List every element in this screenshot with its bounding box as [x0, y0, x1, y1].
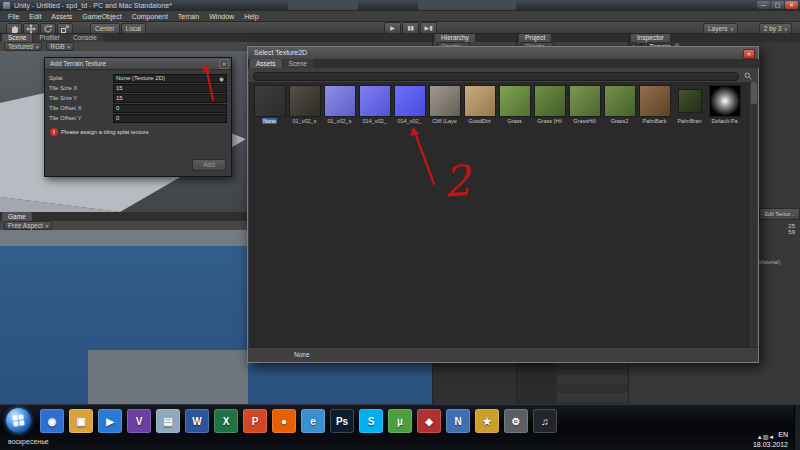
space-mode-button[interactable]: Local [121, 23, 147, 34]
play-button[interactable]: ▶ [384, 22, 401, 34]
field-splat[interactable]: None (Texture 2D) [113, 74, 227, 83]
texture-item-palmbran[interactable]: PalmBran [672, 85, 707, 124]
picker-tab-scene[interactable]: Scene [283, 59, 313, 68]
background-window[interactable] [288, 1, 358, 10]
taskbar-icon[interactable]: ◉ [40, 409, 64, 433]
menu-item-component[interactable]: Component [127, 13, 173, 20]
edit-texture-button[interactable]: Edit Textur... [759, 208, 800, 220]
taskbar-icon[interactable]: ⚙ [504, 409, 528, 433]
move-tool-button[interactable] [23, 23, 39, 34]
taskbar-icon[interactable]: W [185, 409, 209, 433]
taskbar-icon[interactable]: N [446, 409, 470, 433]
texture-item-gooddirt[interactable]: GoodDirt [462, 85, 497, 124]
texture-item-palmbark[interactable]: PalmBark [637, 85, 672, 124]
show-desktop-button[interactable] [794, 405, 800, 450]
step-button[interactable]: ▶▮ [420, 22, 437, 34]
texture-item-014-v02[interactable]: 014_v02_ [392, 85, 427, 124]
taskbar-icon[interactable]: ▤ [156, 409, 180, 433]
warning-icon: ! [50, 128, 58, 136]
texture-item-grass2[interactable]: Grass2 [602, 85, 637, 124]
object-picker-icon[interactable] [218, 76, 225, 83]
texture-thumbnail [709, 85, 741, 117]
field-tile-offset-y[interactable]: 0 [113, 114, 227, 123]
field-tile-offset-x[interactable]: 0 [113, 104, 227, 113]
search-input[interactable] [253, 72, 739, 81]
taskbar-icon[interactable]: ▣ [69, 409, 93, 433]
scrollbar-thumb[interactable] [751, 82, 757, 104]
layers-dropdown[interactable]: Layers▾ [703, 23, 738, 34]
taskbar-icon[interactable]: Ps [330, 409, 354, 433]
dialog-close-button[interactable]: ✕ [219, 59, 229, 69]
menu-item-window[interactable]: Window [204, 13, 239, 20]
maximize-button[interactable]: ▢ [771, 1, 784, 9]
add-button[interactable]: Add [192, 159, 226, 171]
material-label: Material) [759, 259, 780, 265]
tab-project[interactable]: Project [519, 33, 551, 42]
language-indicator[interactable]: EN [778, 431, 788, 438]
taskbar-icon[interactable]: ● [272, 409, 296, 433]
aspect-dropdown[interactable]: Free Aspect▾ [4, 221, 52, 230]
render-mode-dropdown[interactable]: Textured▾ [4, 42, 42, 51]
texture-label: 01_v02_s [327, 118, 353, 124]
picker-tab-assets[interactable]: Assets [250, 59, 282, 68]
search-icon [744, 72, 752, 80]
inspector-value: 59 [775, 229, 795, 235]
tab-scene[interactable]: Scene [2, 33, 32, 42]
tab-console[interactable]: Console [67, 33, 103, 42]
texture-item-014-v02[interactable]: 014_v02_ [357, 85, 392, 124]
pause-button[interactable]: ▮▮ [402, 22, 419, 34]
layout-dropdown[interactable]: 2 by 3▾ [759, 23, 792, 34]
texture-thumbnail [254, 85, 286, 117]
dialog-titlebar[interactable]: Add Terrain Texture ✕ [45, 58, 231, 70]
texture-item-01-v02-s[interactable]: 01_v02_s [322, 85, 357, 124]
pivot-mode-button[interactable]: Center [90, 23, 120, 34]
texture-item-cliff-laye[interactable]: Cliff (Laye [427, 85, 462, 124]
taskbar-icon[interactable]: V [127, 409, 151, 433]
start-button[interactable] [6, 408, 31, 433]
tab-game[interactable]: Game [2, 212, 32, 221]
menu-item-edit[interactable]: Edit [24, 13, 46, 20]
field-row-tile-offset-y: Tile Offset Y0 [49, 113, 227, 123]
taskbar-icon[interactable]: P [243, 409, 267, 433]
field-row-tile-offset-x: Tile Offset X0 [49, 103, 227, 113]
taskbar-icon[interactable]: X [214, 409, 238, 433]
select-texture-window: Select Texture2D ✕ AssetsScene None01_v0… [247, 46, 759, 363]
close-button[interactable]: ✕ [785, 1, 798, 9]
taskbar-icon[interactable]: ▶ [98, 409, 122, 433]
background-window[interactable] [418, 1, 516, 10]
minimize-button[interactable]: ─ [757, 1, 770, 9]
taskbar-icon[interactable]: ♫ [533, 409, 557, 433]
chevron-down-icon: ▾ [46, 223, 49, 229]
clock-date[interactable]: 18.03.2012 [753, 441, 788, 448]
tab-hierarchy[interactable]: Hierarchy [435, 33, 475, 42]
window-titlebar[interactable]: Unity - Untitled - spd_td - PC and Mac S… [0, 0, 800, 11]
scale-tool-button[interactable] [57, 23, 73, 34]
field-tile-size-x[interactable]: 15 [113, 84, 227, 93]
tray-icon[interactable]: ◄ [768, 434, 774, 440]
taskbar-icon[interactable]: ★ [475, 409, 499, 433]
rotate-tool-button[interactable] [40, 23, 56, 34]
taskbar-icon[interactable]: ◆ [417, 409, 441, 433]
menu-item-file[interactable]: File [3, 13, 24, 20]
texture-item-grass[interactable]: Grass [497, 85, 532, 124]
field-value: None (Texture 2D) [116, 75, 165, 81]
menu-item-assets[interactable]: Assets [46, 13, 77, 20]
tab-inspector[interactable]: Inspector [631, 33, 670, 42]
picker-close-button[interactable]: ✕ [743, 49, 755, 59]
taskbar-icon[interactable]: µ [388, 409, 412, 433]
taskbar-icon[interactable]: e [301, 409, 325, 433]
menu-item-gameobject[interactable]: GameObject [77, 13, 126, 20]
channel-mode-dropdown[interactable]: RGB▾ [46, 42, 74, 51]
menu-item-terrain[interactable]: Terrain [173, 13, 204, 20]
texture-item-none[interactable]: None [252, 85, 287, 124]
menu-item-help[interactable]: Help [239, 13, 263, 20]
texture-item-grass-hil[interactable]: Grass (Hil [532, 85, 567, 124]
taskbar-icon[interactable]: S [359, 409, 383, 433]
texture-item-default-pa[interactable]: Default-Pa [707, 85, 742, 124]
pan-tool-button[interactable] [6, 23, 22, 34]
picker-scrollbar[interactable] [751, 82, 757, 348]
field-tile-size-y[interactable]: 15 [113, 94, 227, 103]
texture-item-01-v02-s[interactable]: 01_v02_s [287, 85, 322, 124]
tab-profiler[interactable]: Profiler [33, 33, 66, 42]
texture-item-grasshill[interactable]: GrassHill [567, 85, 602, 124]
